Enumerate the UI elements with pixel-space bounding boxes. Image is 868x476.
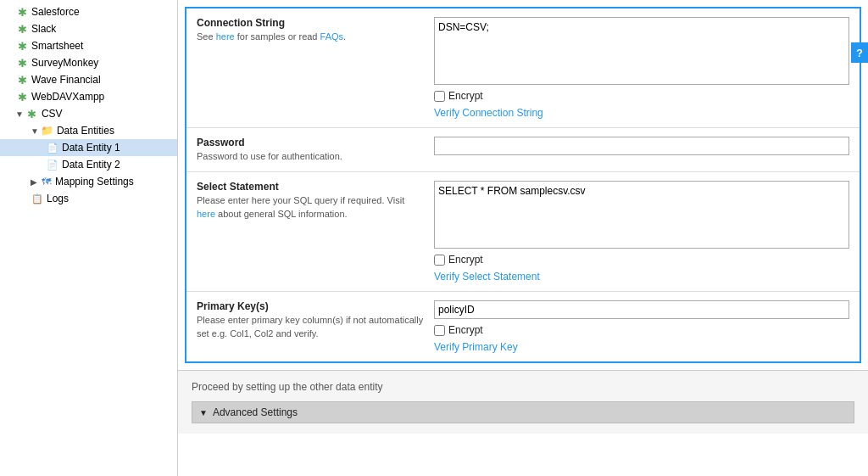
sidebar-item-webdavxampp[interactable]: ✱ WebDAVXampp	[0, 88, 177, 105]
connection-string-label-col: Connection String See here for samples o…	[197, 17, 434, 119]
sidebar-item-slack[interactable]: ✱ Slack	[0, 20, 177, 37]
password-title: Password	[197, 137, 424, 148]
select-statement-encrypt-label: Encrypt	[448, 254, 483, 266]
select-statement-desc-prefix: Please enter here your SQL query if requ…	[197, 195, 404, 205]
connection-string-desc-prefix: See	[197, 31, 216, 42]
chevron-right-icon: ▶	[31, 177, 37, 187]
proceed-text: Proceed by setting up the other data ent…	[192, 381, 854, 393]
primary-keys-desc: Please enter primary key column(s) if no…	[197, 314, 424, 340]
sidebar-item-label: Salesforce	[31, 6, 80, 18]
chevron-down-icon: ▼	[15, 109, 24, 119]
sidebar-item-csv[interactable]: ▼ ✱ CSV	[0, 105, 177, 122]
chevron-down-icon: ▼	[31, 126, 39, 136]
connection-string-input-col: DSN=CSV; Encrypt Verify Connection Strin…	[434, 17, 849, 119]
password-section: Password Password to use for authenticat…	[186, 128, 860, 172]
primary-keys-section: Primary Key(s) Please enter primary key …	[186, 292, 860, 361]
sidebar-item-wavefinancial[interactable]: ✱ Wave Financial	[0, 71, 177, 88]
sidebar: ✱ Salesforce ✱ Slack ✱ Smartsheet ✱ Surv…	[0, 0, 178, 476]
gear-icon: ✱	[15, 56, 29, 70]
sidebar-item-dataentity1[interactable]: 📄 Data Entity 1	[0, 139, 177, 156]
sidebar-item-dataentities[interactable]: ▼ 📁 Data Entities	[0, 122, 177, 139]
gear-icon: ✱	[15, 39, 29, 53]
connection-string-section: Connection String See here for samples o…	[186, 8, 860, 128]
gear-icon: ✱	[15, 90, 29, 104]
password-input[interactable]	[434, 137, 849, 155]
main-content: Connection String See here for samples o…	[178, 0, 868, 476]
select-statement-encrypt-checkbox[interactable]	[434, 255, 445, 266]
connection-string-encrypt-row: Encrypt	[434, 90, 849, 102]
content-area: Connection String See here for samples o…	[178, 0, 868, 476]
bottom-area: Proceed by setting up the other data ent…	[178, 370, 868, 434]
select-statement-section: Select Statement Please enter here your …	[186, 172, 860, 292]
sidebar-item-label: Data Entity 1	[62, 142, 120, 154]
sidebar-item-logs[interactable]: 📋 Logs	[0, 190, 177, 207]
sidebar-item-label: Data Entities	[57, 125, 114, 137]
primary-keys-encrypt-row: Encrypt	[434, 324, 849, 336]
sidebar-item-label: WebDAVXampp	[31, 91, 104, 103]
select-statement-label-col: Select Statement Please enter here your …	[197, 181, 434, 283]
sidebar-item-label: Mapping Settings	[55, 176, 134, 188]
sidebar-item-surveymonkey[interactable]: ✱ SurveyMonkey	[0, 54, 177, 71]
document-icon: 📄	[46, 141, 59, 154]
sidebar-item-smartsheet[interactable]: ✱ Smartsheet	[0, 37, 177, 54]
sidebar-item-label: Smartsheet	[31, 40, 83, 52]
connection-string-desc-suffix: .	[343, 31, 346, 42]
connection-string-desc: See here for samples or read FAQs.	[197, 31, 424, 43]
gear-icon: ✱	[25, 107, 39, 120]
primary-keys-input[interactable]	[434, 300, 849, 319]
gear-icon: ✱	[15, 73, 29, 87]
gear-icon: ✱	[15, 5, 29, 19]
chevron-down-icon: ▼	[199, 408, 208, 417]
connection-string-textarea[interactable]: DSN=CSV;	[434, 17, 849, 85]
primary-keys-verify-link[interactable]: Verify Primary Key	[434, 341, 849, 353]
primary-keys-encrypt-label: Encrypt	[448, 324, 483, 336]
connection-string-title: Connection String	[197, 17, 424, 29]
help-button[interactable]: ?	[851, 42, 868, 63]
map-icon: 🗺	[39, 175, 53, 188]
sidebar-item-mappingsettings[interactable]: ▶ 🗺 Mapping Settings	[0, 173, 177, 190]
connection-string-desc-middle: for samples or read	[235, 31, 320, 42]
help-icon: ?	[856, 47, 863, 59]
primary-keys-title: Primary Key(s)	[197, 300, 424, 312]
select-statement-verify-link[interactable]: Verify Select Statement	[434, 271, 849, 283]
select-statement-textarea[interactable]: SELECT * FROM samplecsv.csv	[434, 181, 849, 249]
password-desc: Password to use for authentication.	[197, 150, 424, 163]
sidebar-item-label: CSV	[42, 108, 63, 120]
password-label-col: Password Password to use for authenticat…	[197, 137, 434, 163]
sidebar-item-dataentity2[interactable]: 📄 Data Entity 2	[0, 156, 177, 173]
connection-string-encrypt-checkbox[interactable]	[434, 91, 445, 102]
connection-string-encrypt-label: Encrypt	[448, 90, 483, 102]
sidebar-item-label: Wave Financial	[31, 74, 101, 86]
advanced-settings-label: Advanced Settings	[213, 406, 298, 418]
gear-icon: ✱	[15, 22, 29, 36]
sidebar-item-label: SurveyMonkey	[31, 57, 98, 69]
connection-string-here-link[interactable]: here	[216, 31, 235, 42]
sidebar-item-salesforce[interactable]: ✱ Salesforce	[0, 3, 177, 20]
folder-icon: 📁	[41, 124, 54, 137]
select-statement-encrypt-row: Encrypt	[434, 254, 849, 266]
primary-keys-encrypt-checkbox[interactable]	[434, 325, 445, 336]
form-panel: Connection String See here for samples o…	[185, 7, 861, 363]
connection-string-faqs-link[interactable]: FAQs	[320, 31, 344, 42]
advanced-settings-bar[interactable]: ▼ Advanced Settings	[192, 401, 854, 423]
select-statement-input-col: SELECT * FROM samplecsv.csv Encrypt Veri…	[434, 181, 849, 283]
select-statement-desc: Please enter here your SQL query if requ…	[197, 194, 424, 221]
select-statement-desc-suffix: about general SQL information.	[215, 209, 348, 219]
primary-keys-label-col: Primary Key(s) Please enter primary key …	[197, 300, 434, 353]
sidebar-item-label: Logs	[47, 193, 69, 204]
select-statement-here-link[interactable]: here	[197, 209, 215, 219]
log-icon: 📋	[31, 192, 44, 205]
primary-keys-input-col: Encrypt Verify Primary Key	[434, 300, 849, 353]
sidebar-item-label: Data Entity 2	[62, 159, 120, 171]
document-icon: 📄	[46, 158, 59, 171]
connection-string-verify-link[interactable]: Verify Connection String	[434, 107, 849, 119]
select-statement-title: Select Statement	[197, 181, 424, 193]
password-input-col	[434, 137, 849, 163]
sidebar-item-label: Slack	[31, 23, 56, 35]
